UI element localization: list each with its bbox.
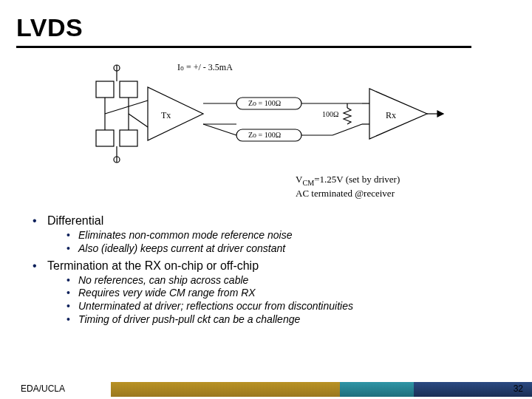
svg-rect-5 [120, 81, 137, 98]
zo-top: Zo = 100Ω [248, 99, 281, 107]
bullet-differential: Differential Eliminates non-common mode … [30, 214, 502, 255]
vcm-prefix: V [296, 174, 302, 185]
footer-color-bar [111, 382, 532, 397]
ac-term: AC terminated @receiver [296, 188, 395, 199]
footer: EDA/UCLA 32 [0, 380, 532, 399]
lvds-svg: I₀ = +/ - 3.5mA Tx Rx Zo = 100Ω Zo = 100… [81, 59, 451, 170]
svg-rect-7 [120, 130, 137, 146]
term-label: 100Ω [322, 110, 338, 118]
sub-bullet: Eliminates non-common mode reference noi… [65, 229, 502, 242]
svg-line-21 [332, 124, 362, 135]
svg-line-22 [203, 124, 236, 135]
io-label: I₀ = +/ - 3.5mA [177, 62, 233, 72]
slide-title: LVDS [16, 13, 83, 42]
sub-bullet: Also (ideally) keeps current at driver c… [65, 242, 502, 255]
sub-bullet: No references, can ship across cable [65, 274, 502, 287]
page-number: 32 [514, 383, 523, 394]
rx-label: Rx [386, 110, 396, 120]
title-underline [16, 46, 471, 48]
sub-bullet: Requires very wide CM range from RX [65, 287, 502, 299]
lvds-diagram: I₀ = +/ - 3.5mA Tx Rx Zo = 100Ω Zo = 100… [81, 59, 451, 170]
bar-teal [340, 382, 414, 397]
svg-marker-29 [437, 111, 443, 117]
vcm-sub: CM [302, 179, 314, 187]
svg-rect-6 [96, 130, 114, 146]
bullet-label: Termination at the RX on-chip or off-chi… [47, 259, 259, 272]
bullet-termination: Termination at the RX on-chip or off-chi… [30, 259, 502, 326]
svg-line-13 [129, 114, 148, 127]
svg-marker-25 [369, 89, 427, 139]
tx-label: Tx [161, 110, 171, 120]
footer-left: EDA/UCLA [21, 383, 65, 394]
zo-bot: Zo = 100Ω [248, 131, 281, 139]
svg-rect-4 [96, 81, 114, 98]
diagram-caption: VCM=1.25V (set by driver) AC terminated … [296, 174, 400, 200]
bar-gold [111, 382, 340, 397]
bullet-content: Differential Eliminates non-common mode … [30, 214, 502, 330]
bullet-label: Differential [47, 214, 103, 227]
sub-bullet: Unterminated at driver; reflections occu… [65, 300, 502, 313]
svg-marker-14 [148, 87, 203, 140]
sub-bullet: Timing of driver push-pull ckt can be a … [65, 313, 502, 326]
vcm-rest: =1.25V (set by driver) [314, 174, 400, 185]
slide: LVDS [0, 0, 532, 399]
svg-line-12 [105, 100, 148, 114]
